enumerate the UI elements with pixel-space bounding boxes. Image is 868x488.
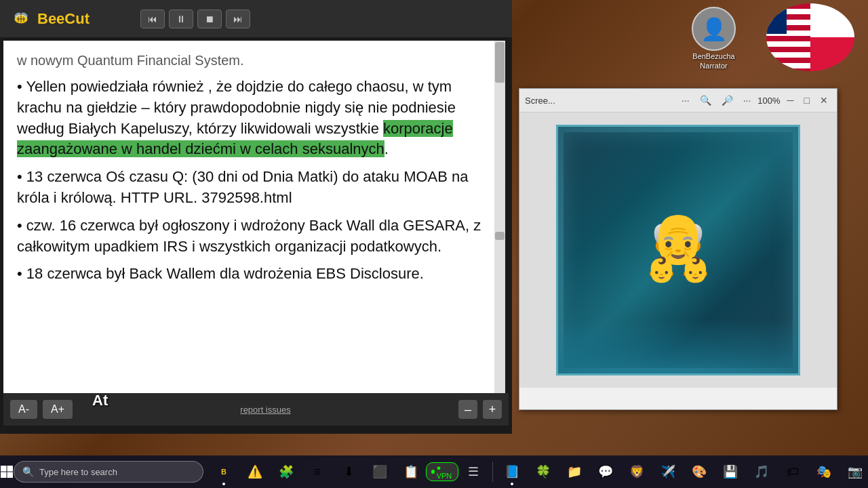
text-content-area: w nowym Quantum Financial System. • Yell… xyxy=(3,41,505,393)
vpn-label: ● VPN xyxy=(437,464,453,480)
bee-icon xyxy=(10,8,32,30)
zoom-controls: – + xyxy=(458,400,502,419)
highlighted-text: korporacje zaangażowane w handel dziećmi… xyxy=(17,120,453,158)
tb-vpn[interactable]: ● VPN xyxy=(427,457,457,487)
beecut-title: BeeCut xyxy=(37,10,90,28)
text-para-3: • czw. 16 czerwca był ogłoszony i wdrożo… xyxy=(17,216,492,258)
screenshot-title: Scree... xyxy=(525,96,675,106)
svg-rect-10 xyxy=(1,472,7,479)
font-controls: A- A+ xyxy=(10,400,73,419)
tb-app-menu[interactable]: ≡ xyxy=(302,457,332,487)
tb-app-puzzle[interactable]: 🧩 xyxy=(271,457,301,487)
screenshot-options-button[interactable]: ··· xyxy=(740,94,755,107)
tb-app-alert[interactable]: ⚠️ xyxy=(240,457,270,487)
tb-app-color[interactable]: 🎭 xyxy=(809,457,839,487)
narrator-avatar: 👤 xyxy=(692,7,736,51)
screenshot-menu-button[interactable]: ··· xyxy=(678,94,693,107)
tb-app-beecut[interactable]: B xyxy=(209,457,239,487)
flag-us-canton xyxy=(766,3,787,34)
start-button[interactable] xyxy=(0,455,14,488)
flag-pl xyxy=(810,3,854,71)
word-active-dot xyxy=(511,483,513,485)
flag-pl-white xyxy=(810,3,854,37)
screenshot-search-button[interactable]: 🔍 xyxy=(696,94,715,107)
flag-pl-red xyxy=(810,37,854,71)
stop-button[interactable]: ⏹ xyxy=(197,9,222,28)
flag-us-pl xyxy=(766,3,854,71)
screenshot-image: 👴 👶 👶 xyxy=(556,125,800,375)
scrollbar-thumb-top xyxy=(495,42,505,83)
taskbar: 🔍 Type here to search B ⚠️ 🧩 ≡ ⬇ ⬛ 📋 xyxy=(0,455,868,488)
bottom-bar: A- A+ report issues – + xyxy=(3,393,509,426)
beecut-logo: BeeCut xyxy=(10,8,90,30)
zoom-in-button[interactable]: + xyxy=(483,400,502,419)
tb-app-hamburger[interactable]: ☰ xyxy=(458,457,488,487)
screenshot-zoom-level: 100% xyxy=(757,96,780,106)
flag-us xyxy=(766,3,810,71)
screenshot-minimize-button[interactable]: ─ xyxy=(784,94,797,107)
tb-app-download[interactable]: ⬇ xyxy=(334,457,363,487)
font-decrease-button[interactable]: A- xyxy=(10,400,37,419)
tb-app-drive[interactable]: 💾 xyxy=(715,457,745,487)
taskbar-search[interactable]: 🔍 Type here to search xyxy=(14,461,203,483)
app-active-dot xyxy=(222,483,225,485)
text-para-4: • 18 czerwca był Back Wallem dla wdrożen… xyxy=(17,264,492,285)
screenshot-maximize-button[interactable]: □ xyxy=(801,94,813,107)
narrator-role: Narrator xyxy=(692,62,736,70)
svg-rect-11 xyxy=(7,472,14,479)
text-para-0: w nowym Quantum Financial System. xyxy=(17,51,492,70)
tb-app-label[interactable]: 🏷 xyxy=(778,457,808,487)
media-controls: ⏮ ⏸ ⏹ ⏭ xyxy=(140,9,250,28)
text-panel: w nowym Quantum Financial System. • Yell… xyxy=(3,41,505,393)
tb-app-brave[interactable]: 🦁 xyxy=(622,457,652,487)
tb-app-clipboard[interactable]: 📋 xyxy=(396,457,426,487)
screenshot-close-button[interactable]: ✕ xyxy=(816,94,831,107)
report-issues-link[interactable]: report issues xyxy=(240,405,290,415)
narrator-overlay: 👤 BenBezucha Narrator xyxy=(692,7,736,70)
forward-button[interactable]: ⏭ xyxy=(226,9,250,28)
screenshot-titlebar: Scree... ··· 🔍 🔎 ··· 100% ─ □ ✕ xyxy=(519,89,837,113)
tb-app-whatsapp[interactable]: 💬 xyxy=(591,457,620,487)
tb-app-cam[interactable]: 📷 xyxy=(840,457,868,487)
tb-app-telegram[interactable]: ✈️ xyxy=(653,457,683,487)
at-label: At xyxy=(92,392,108,409)
taskbar-apps: B ⚠️ 🧩 ≡ ⬇ ⬛ 📋 ● VPN ☰ xyxy=(209,457,868,487)
vertical-scrollbar[interactable] xyxy=(494,41,505,393)
text-para-2: • 13 czerwca Oś czasu Q: (30 dni od Dnia… xyxy=(17,167,492,209)
flag-overlay xyxy=(766,3,854,71)
font-increase-button[interactable]: A+ xyxy=(43,400,73,419)
text-para-1: • Yellen powiedziała również , że dojdzi… xyxy=(17,77,492,160)
svg-rect-9 xyxy=(7,466,14,472)
windows-icon xyxy=(0,465,14,479)
beecut-header: BeeCut ⏮ ⏸ ⏹ ⏭ xyxy=(0,0,512,37)
tb-app-leaf[interactable]: 🍀 xyxy=(528,457,558,487)
tb-app-word[interactable]: 📘 xyxy=(497,457,527,487)
search-icon: 🔍 xyxy=(22,466,34,477)
scrollbar-thumb-mid xyxy=(495,232,505,240)
taskbar-divider xyxy=(492,462,493,482)
screenshot-window: Scree... ··· 🔍 🔎 ··· 100% ─ □ ✕ 👴 👶 👶 xyxy=(519,88,837,410)
search-placeholder-text: Type here to search xyxy=(39,467,117,477)
narrator-name: BenBezucha xyxy=(692,52,736,60)
pause-button[interactable]: ⏸ xyxy=(169,9,193,28)
tb-app-panels[interactable]: ⬛ xyxy=(365,457,395,487)
zoom-out-button[interactable]: – xyxy=(458,400,477,419)
screenshot-zoom-button[interactable]: 🔎 xyxy=(718,94,736,107)
screenshot-image-area: 👴 👶 👶 xyxy=(519,113,837,388)
svg-rect-8 xyxy=(1,466,7,472)
tb-app-paint[interactable]: 🎨 xyxy=(684,457,714,487)
rewind-button[interactable]: ⏮ xyxy=(140,9,165,28)
tb-app-files[interactable]: 📁 xyxy=(559,457,589,487)
beecut-window: BeeCut ⏮ ⏸ ⏹ ⏭ w nowym Quantum Financial… xyxy=(0,0,512,434)
vpn-badge: ● VPN xyxy=(426,462,458,481)
tb-app-media[interactable]: 🎵 xyxy=(747,457,776,487)
